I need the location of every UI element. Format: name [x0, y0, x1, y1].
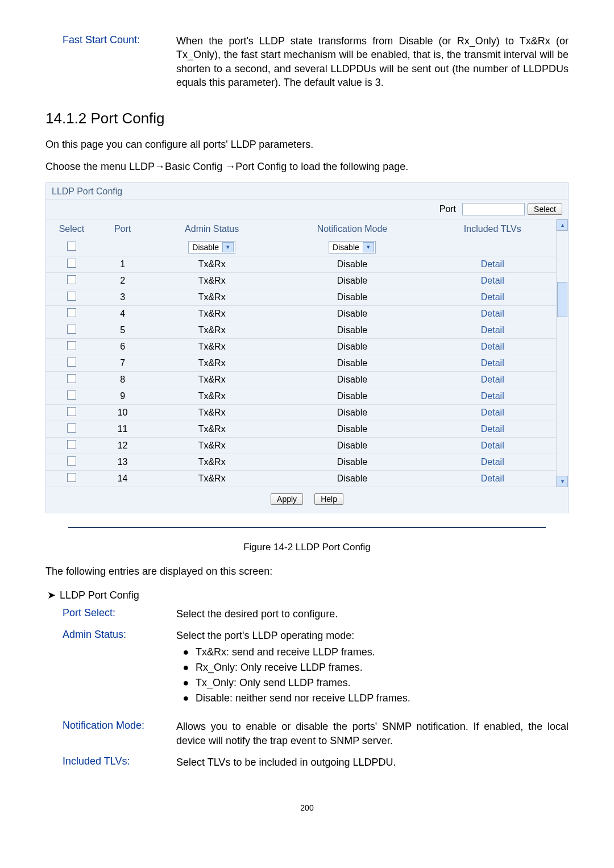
detail-link[interactable]: Detail: [481, 474, 504, 483]
cell-admin: Tx&Rx: [148, 305, 275, 322]
detail-link[interactable]: Detail: [481, 457, 504, 467]
chevron-down-icon: ▾: [363, 242, 374, 252]
cell-admin: Tx&Rx: [148, 437, 275, 454]
row-checkbox[interactable]: [67, 456, 76, 466]
detail-link[interactable]: Detail: [481, 441, 504, 450]
detail-link[interactable]: Detail: [481, 391, 504, 401]
help-button[interactable]: Help: [314, 493, 343, 505]
cell-admin: Tx&Rx: [148, 470, 275, 487]
chevron-down-icon: ▾: [222, 242, 234, 252]
col-select: Select: [46, 219, 97, 239]
cell-admin: Tx&Rx: [148, 256, 275, 272]
bullet-text: Tx_Only: Only send LLDP frames.: [196, 675, 351, 691]
detail-link[interactable]: Detail: [481, 342, 504, 351]
bullet-icon: ●: [176, 691, 196, 706]
page-number: 200: [45, 803, 569, 812]
cell-notif: Disable: [276, 272, 429, 289]
table-row: 13Tx&RxDisableDetail: [46, 454, 556, 470]
row-checkbox[interactable]: [67, 275, 76, 284]
cell-notif: Disable: [276, 305, 429, 322]
table-row: 3Tx&RxDisableDetail: [46, 289, 556, 305]
admin-status-label: Admin Status:: [45, 629, 176, 712]
row-checkbox[interactable]: [67, 473, 76, 482]
notification-mode-dropdown[interactable]: Disable ▾: [329, 241, 376, 254]
col-tlvs: Included TLVs: [429, 219, 556, 239]
port-filter-input[interactable]: [462, 203, 525, 215]
table-row: 1Tx&RxDisableDetail: [46, 256, 556, 272]
table-row: 8Tx&RxDisableDetail: [46, 371, 556, 388]
intro-paragraph: On this page you can configure all ports…: [45, 138, 569, 152]
fast-start-count-text: When the port's LLDP state transforms fr…: [176, 34, 569, 89]
cell-port: 6: [97, 338, 148, 355]
cell-port: 3: [97, 289, 148, 305]
detail-link[interactable]: Detail: [481, 325, 504, 335]
cell-notif: Disable: [276, 454, 429, 470]
admin-status-dropdown[interactable]: Disable ▾: [188, 241, 235, 254]
scroll-track[interactable]: [557, 231, 568, 476]
lldp-table: Select Port Admin Status Notification Mo…: [46, 219, 556, 487]
cell-port: 11: [97, 421, 148, 437]
admin-status-value: Disable: [192, 243, 219, 252]
table-row: 4Tx&RxDisableDetail: [46, 305, 556, 322]
port-filter-label: Port: [439, 204, 456, 214]
row-checkbox[interactable]: [67, 341, 76, 350]
list-item: ●Tx&Rx: send and receive LLDP frames.: [176, 645, 569, 660]
section-heading: 14.1.2 Port Config: [45, 110, 569, 127]
notification-mode-value: Disable: [333, 243, 359, 252]
table-row: 14Tx&RxDisableDetail: [46, 470, 556, 487]
menu-path-paragraph: Choose the menu LLDP→Basic Config →Port …: [45, 160, 569, 174]
detail-link[interactable]: Detail: [481, 408, 504, 417]
cell-port: 7: [97, 355, 148, 371]
row-checkbox[interactable]: [67, 423, 76, 433]
cell-admin: Tx&Rx: [148, 289, 275, 305]
row-checkbox[interactable]: [67, 391, 76, 400]
row-checkbox[interactable]: [67, 292, 76, 301]
row-checkbox[interactable]: [67, 358, 76, 367]
bullet-text: Disable: neither send nor receive LLDP f…: [196, 691, 410, 706]
table-row: 9Tx&RxDisableDetail: [46, 388, 556, 404]
bullet-icon: ●: [176, 645, 196, 660]
row-checkbox[interactable]: [67, 374, 76, 383]
scroll-down-icon[interactable]: ▾: [557, 476, 568, 487]
cell-notif: Disable: [276, 470, 429, 487]
scroll-thumb[interactable]: [557, 282, 567, 317]
admin-status-row: Admin Status: Select the port's LLDP ope…: [45, 629, 569, 712]
row-checkbox[interactable]: [67, 325, 76, 334]
detail-link[interactable]: Detail: [481, 276, 504, 285]
row-checkbox[interactable]: [67, 308, 76, 317]
notification-mode-text: Allows you to enable or disable the port…: [176, 720, 569, 747]
detail-link[interactable]: Detail: [481, 259, 504, 269]
sub-heading: LLDP Port Config: [60, 589, 139, 601]
cell-admin: Tx&Rx: [148, 454, 275, 470]
cell-port: 1: [97, 256, 148, 272]
detail-link[interactable]: Detail: [481, 358, 504, 368]
table-scrollbar[interactable]: ▴ ▾: [556, 219, 568, 487]
scroll-up-icon[interactable]: ▴: [557, 219, 568, 231]
col-admin: Admin Status: [148, 219, 275, 239]
detail-link[interactable]: Detail: [481, 292, 504, 302]
figure-caption: Figure 14-2 LLDP Port Config: [45, 542, 569, 553]
detail-link[interactable]: Detail: [481, 309, 504, 318]
cell-port: 8: [97, 371, 148, 388]
cell-admin: Tx&Rx: [148, 272, 275, 289]
row-checkbox[interactable]: [67, 440, 76, 449]
bullet-text: Rx_Only: Only receive LLDP frames.: [196, 660, 363, 675]
select-button[interactable]: Select: [528, 203, 562, 215]
detail-link[interactable]: Detail: [481, 424, 504, 434]
col-notif: Notification Mode: [276, 219, 429, 239]
apply-button[interactable]: Apply: [271, 493, 303, 505]
row-checkbox[interactable]: [67, 259, 76, 268]
col-port: Port: [97, 219, 148, 239]
panel-title: LLDP Port Config: [46, 183, 568, 200]
cell-port: 12: [97, 437, 148, 454]
cell-notif: Disable: [276, 289, 429, 305]
select-all-checkbox[interactable]: [67, 242, 76, 251]
cell-admin: Tx&Rx: [148, 338, 275, 355]
cell-notif: Disable: [276, 355, 429, 371]
separator: [68, 527, 546, 528]
port-select-label: Port Select:: [45, 607, 176, 621]
row-checkbox[interactable]: [67, 407, 76, 416]
detail-link[interactable]: Detail: [481, 375, 504, 384]
entries-intro: The following entries are displayed on t…: [45, 564, 569, 579]
table-row: 2Tx&RxDisableDetail: [46, 272, 556, 289]
